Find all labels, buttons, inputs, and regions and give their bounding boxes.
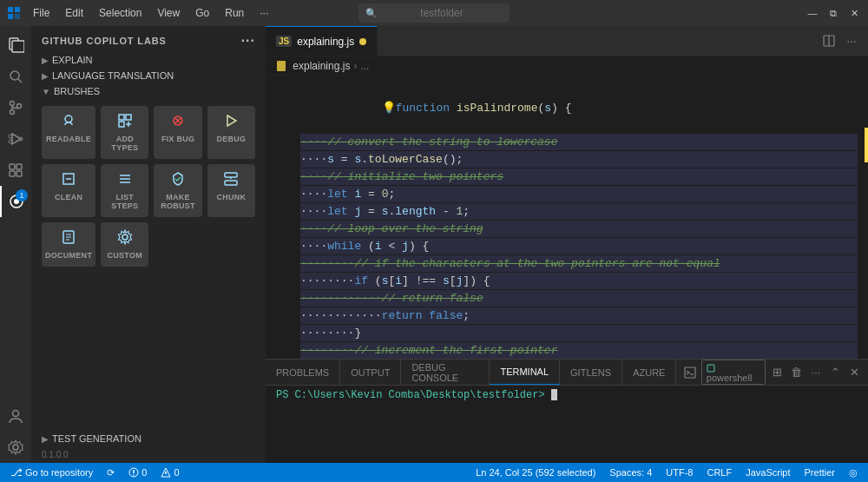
more-actions-icon[interactable]: ··· bbox=[842, 31, 861, 50]
prettier-label: Prettier bbox=[805, 467, 835, 478]
sidebar-section-explain[interactable]: ▶ EXPLAIN bbox=[31, 52, 266, 68]
sidebar: GITHUB COPILOT LABS ··· ▶ EXPLAIN ▶ LANG… bbox=[31, 26, 266, 463]
svg-rect-47 bbox=[277, 61, 286, 71]
menu-file[interactable]: File bbox=[26, 5, 56, 21]
svg-rect-2 bbox=[8, 14, 13, 19]
svg-line-7 bbox=[18, 79, 22, 83]
activity-search[interactable] bbox=[0, 61, 31, 92]
activity-extensions[interactable] bbox=[0, 155, 31, 186]
debug-brush-icon bbox=[223, 113, 239, 131]
shell-label[interactable]: powershell bbox=[701, 360, 766, 384]
sidebar-section-test-generation[interactable]: ▶ TEST GENERATION bbox=[31, 431, 266, 446]
svg-rect-18 bbox=[10, 171, 15, 176]
activity-debug[interactable] bbox=[0, 123, 31, 155]
brush-fix-bug[interactable]: FIX BUG bbox=[154, 106, 201, 159]
activity-explorer[interactable] bbox=[0, 30, 31, 61]
activity-copilot[interactable]: 1 bbox=[0, 186, 31, 217]
status-branch[interactable]: ⎇ Go to repository bbox=[7, 466, 96, 479]
brush-make-robust[interactable]: MAKE ROBUST bbox=[154, 164, 201, 217]
tab-bar: JS explaining.js ··· bbox=[266, 26, 868, 56]
status-encoding[interactable]: UTF-8 bbox=[662, 467, 696, 478]
menu-edit[interactable]: Edit bbox=[58, 5, 90, 21]
status-sync[interactable]: ⟳ bbox=[103, 467, 118, 479]
search-input[interactable] bbox=[381, 7, 503, 19]
activity-settings[interactable] bbox=[0, 432, 31, 463]
menu-selection[interactable]: Selection bbox=[92, 5, 148, 21]
brush-readable[interactable]: READABLE bbox=[42, 106, 95, 159]
menu-view[interactable]: View bbox=[150, 5, 187, 21]
status-bar: ⎇ Go to repository ⟳ 0 0 Ln 24, Col 25 (… bbox=[0, 463, 868, 482]
chunk-label: CHUNK bbox=[216, 193, 246, 201]
status-position[interactable]: Ln 24, Col 25 (592 selected) bbox=[472, 467, 599, 478]
svg-rect-26 bbox=[126, 115, 131, 120]
split-terminal-icon[interactable]: ⊞ bbox=[769, 364, 785, 381]
brush-clean[interactable]: CLEAN bbox=[42, 164, 95, 217]
status-warnings[interactable]: 0 bbox=[157, 467, 182, 478]
sidebar-more-button[interactable]: ··· bbox=[241, 33, 255, 49]
status-language[interactable]: JavaScript bbox=[742, 467, 793, 478]
tab-explaining-js[interactable]: JS explaining.js bbox=[266, 26, 378, 56]
editor-content-row: 💡function isPalindrome(s) { ····// conve… bbox=[266, 76, 868, 359]
status-copilot[interactable]: ◎ bbox=[845, 467, 861, 479]
status-spaces[interactable]: Spaces: 4 bbox=[606, 467, 655, 478]
brush-debug[interactable]: DEBUG bbox=[207, 106, 255, 159]
panel-tab-terminal[interactable]: TERMINAL bbox=[490, 360, 560, 385]
code-line-12: ············return false; bbox=[266, 307, 858, 325]
panel-tab-problems[interactable]: PROBLEMS bbox=[266, 360, 340, 385]
brush-list-steps[interactable]: LIST STEPS bbox=[101, 164, 148, 217]
svg-rect-16 bbox=[10, 164, 15, 169]
translation-arrow: ▶ bbox=[42, 71, 49, 81]
copilot-status-icon: ◎ bbox=[849, 467, 858, 479]
code-line-13: ········} bbox=[266, 325, 858, 342]
brush-add-types[interactable]: ADD TYPES bbox=[101, 106, 148, 159]
menu-more[interactable]: ··· bbox=[253, 5, 275, 21]
search-bar[interactable]: 🔍 bbox=[358, 3, 510, 23]
status-line-ending[interactable]: CRLF bbox=[703, 467, 735, 478]
status-errors[interactable]: 0 bbox=[125, 467, 150, 478]
code-line-8: ····while (i < j) { bbox=[266, 238, 858, 255]
clean-label: CLEAN bbox=[55, 193, 82, 201]
sidebar-section-brushes[interactable]: ▼ BRUSHES bbox=[31, 83, 266, 99]
brush-custom[interactable]: CUSTOM bbox=[101, 222, 148, 267]
panel-tab-azure[interactable]: AZURE bbox=[622, 360, 676, 385]
list-steps-icon bbox=[117, 171, 133, 189]
activity-git[interactable] bbox=[0, 92, 31, 123]
panel-tab-gitlens[interactable]: GITLENS bbox=[560, 360, 622, 385]
code-editor[interactable]: 💡function isPalindrome(s) { ····// conve… bbox=[266, 76, 858, 359]
test-arrow: ▶ bbox=[42, 434, 49, 444]
breadcrumb-file[interactable]: explaining.js bbox=[276, 60, 350, 72]
svg-point-24 bbox=[65, 116, 72, 122]
code-line-11: ············// return false bbox=[266, 290, 858, 307]
fix-bug-label: FIX BUG bbox=[161, 135, 194, 143]
menu-run[interactable]: Run bbox=[218, 5, 251, 21]
brush-chunk[interactable]: CHUNK bbox=[207, 164, 255, 217]
maximize-panel-icon[interactable]: ⌃ bbox=[827, 364, 843, 381]
brush-document[interactable]: DOCUMENT bbox=[42, 222, 95, 267]
close-panel-icon[interactable]: ✕ bbox=[847, 364, 863, 381]
brushes-arrow: ▼ bbox=[42, 87, 50, 96]
new-terminal-icon[interactable] bbox=[681, 364, 697, 381]
search-icon bbox=[7, 68, 24, 85]
debug-icon bbox=[7, 130, 24, 148]
panel-tab-output[interactable]: OUTPUT bbox=[340, 360, 401, 385]
close-button[interactable]: ✕ bbox=[847, 6, 861, 20]
menu-go[interactable]: Go bbox=[188, 5, 216, 21]
minimize-button[interactable]: — bbox=[806, 6, 819, 20]
code-line-10: ········if (s[i] !== s[j]) { bbox=[266, 273, 858, 290]
svg-point-44 bbox=[122, 234, 128, 240]
svg-point-8 bbox=[10, 102, 15, 106]
breadcrumb-location[interactable]: ... bbox=[360, 60, 369, 72]
activity-account[interactable] bbox=[0, 400, 31, 432]
more-panel-icon[interactable]: ··· bbox=[808, 364, 824, 381]
status-prettier[interactable]: Prettier bbox=[801, 467, 838, 478]
svg-point-10 bbox=[17, 104, 22, 109]
panel-tab-debug-console[interactable]: DEBUG CONSOLE bbox=[401, 360, 490, 385]
split-editor-icon[interactable] bbox=[819, 31, 838, 50]
svg-rect-3 bbox=[15, 14, 20, 19]
trash-icon[interactable]: 🗑 bbox=[788, 364, 804, 381]
explorer-icon bbox=[7, 36, 24, 54]
tab-bar-right: ··· bbox=[812, 26, 868, 56]
sidebar-section-translation[interactable]: ▶ LANGUAGE TRANSLATION bbox=[31, 68, 266, 83]
restore-button[interactable]: ⧉ bbox=[826, 6, 840, 20]
sidebar-version: 0.1.0.0 bbox=[31, 446, 266, 463]
